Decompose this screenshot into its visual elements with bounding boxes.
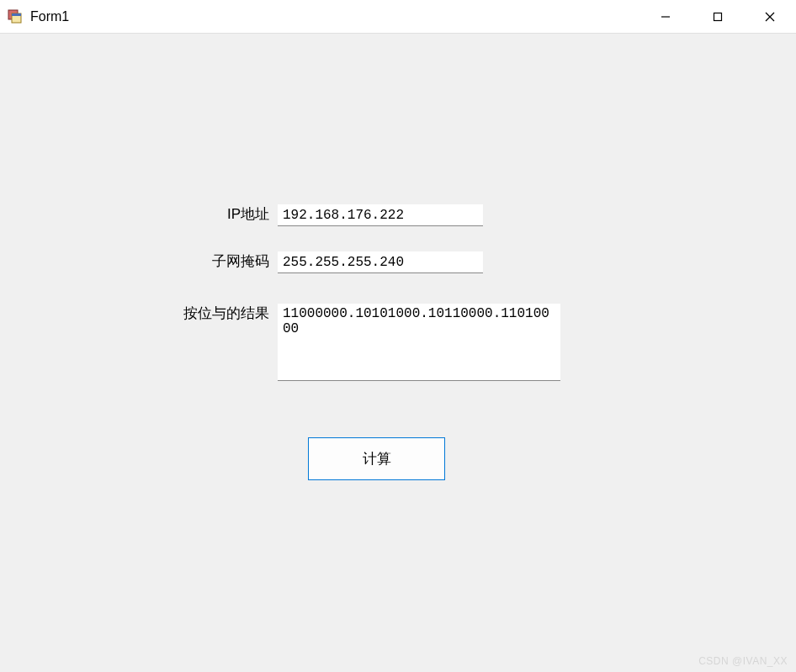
app-icon bbox=[7, 8, 24, 25]
svg-rect-4 bbox=[714, 13, 722, 20]
window-controls bbox=[639, 0, 796, 33]
watermark: CSDN @IVAN_XX bbox=[698, 655, 788, 667]
calculate-button[interactable]: 计算 bbox=[308, 437, 445, 480]
ip-row: IP地址 bbox=[164, 204, 483, 226]
mask-label: 子网掩码 bbox=[164, 251, 278, 271]
maximize-button[interactable] bbox=[692, 0, 744, 33]
ip-label: IP地址 bbox=[164, 204, 278, 224]
window-title: Form1 bbox=[30, 9, 639, 24]
result-label: 按位与的结果 bbox=[164, 304, 278, 323]
close-button[interactable] bbox=[744, 0, 796, 33]
mask-row: 子网掩码 bbox=[164, 251, 483, 273]
result-textarea[interactable]: 11000000.10101000.10110000.11010000 bbox=[278, 304, 560, 381]
client-area: IP地址 子网掩码 按位与的结果 11000000.10101000.10110… bbox=[0, 34, 796, 672]
result-row: 按位与的结果 11000000.10101000.10110000.110100… bbox=[164, 304, 560, 381]
minimize-button[interactable] bbox=[639, 0, 692, 33]
mask-input[interactable] bbox=[278, 251, 483, 273]
svg-rect-2 bbox=[12, 13, 21, 16]
ip-input[interactable] bbox=[278, 204, 483, 226]
titlebar: Form1 bbox=[0, 0, 796, 34]
